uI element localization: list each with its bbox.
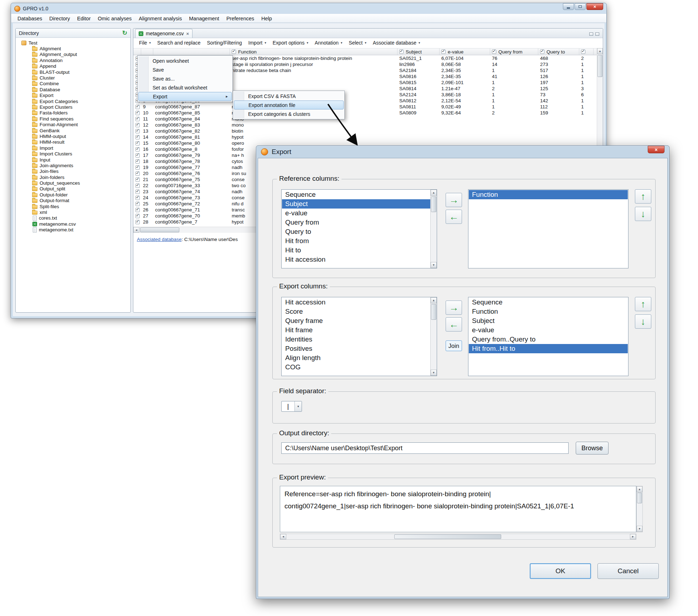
row-checkbox[interactable]: ✓ [135, 178, 140, 182]
tree-item[interactable]: Append [16, 63, 130, 69]
export-submenu-item[interactable]: Export CSV & FASTA [234, 92, 344, 101]
move-left-button[interactable]: ← [446, 317, 462, 332]
row-checkbox[interactable]: ✓ [135, 111, 140, 115]
tree-item[interactable]: Export Categories [16, 98, 130, 104]
associated-database-link[interactable]: Associated database [137, 237, 181, 242]
list-item[interactable]: COG [282, 363, 430, 372]
tree-item[interactable]: Fasta-folders [16, 110, 130, 116]
tree-item[interactable]: GenBank [16, 128, 130, 133]
maximize-button[interactable] [575, 3, 586, 10]
tree-item[interactable]: Alignment [16, 46, 130, 51]
header-checkbox[interactable]: ✓ [441, 50, 446, 54]
row-checkbox[interactable]: ✓ [135, 202, 140, 206]
row-checkbox[interactable]: ✓ [135, 129, 140, 133]
export-available-list[interactable]: Hit accessionScoreQuery frameHit frameId… [281, 297, 437, 376]
list-item[interactable]: Hit accession [282, 298, 430, 307]
row-checkbox[interactable]: ✓ [135, 147, 140, 152]
tree-item[interactable]: Export [16, 93, 130, 98]
file-menu-item[interactable]: Export ▸ [138, 92, 232, 101]
maximize-view-icon[interactable] [595, 32, 599, 36]
tree-item[interactable]: Output-format [16, 198, 130, 204]
ok-button[interactable]: OK [530, 563, 591, 579]
move-right-button[interactable]: → [446, 193, 462, 207]
row-checkbox[interactable]: ✓ [135, 190, 140, 194]
tree-item[interactable]: Annotation [16, 57, 130, 63]
toolbar-item[interactable]: Associate database ▾ [370, 40, 424, 46]
tree-item[interactable]: Import [16, 145, 130, 151]
list-item[interactable]: Hit from [282, 236, 430, 246]
vertical-scroll-thumb[interactable] [431, 196, 436, 212]
reference-chosen-list[interactable]: Function [468, 189, 628, 268]
tree-item[interactable]: BLAST-output [16, 69, 130, 75]
row-checkbox[interactable]: ✓ [135, 171, 140, 176]
menubar-item[interactable]: Editor [73, 16, 94, 21]
tree-item[interactable]: Output-folder [16, 192, 130, 197]
scroll-right-icon[interactable]: ► [630, 534, 636, 539]
join-button[interactable]: Join [446, 340, 462, 351]
menubar-item[interactable]: Omic analyses [94, 16, 135, 21]
tree-item[interactable]: Join-folders [16, 174, 130, 180]
tree-item[interactable]: Cluster [16, 75, 130, 81]
toolbar-item[interactable]: Import ▾ [246, 40, 270, 46]
table-row[interactable]: ✓ 14 contig00667gene_81 hypot [133, 134, 597, 140]
row-checkbox[interactable]: ✓ [135, 117, 140, 121]
file-menu-item[interactable]: Save ▸ [138, 65, 232, 74]
scroll-up-icon[interactable]: ▲ [597, 48, 603, 54]
list-item[interactable]: Score [282, 307, 430, 316]
table-row[interactable]: ✓ 13 contig00667gene_82 biotin [133, 128, 597, 134]
tree-item[interactable]: metagenome.csv [16, 221, 130, 227]
header-checkbox[interactable]: ✓ [232, 50, 236, 54]
cancel-button[interactable]: Cancel [597, 563, 659, 579]
tree-item[interactable]: Format-Alignment [16, 122, 130, 127]
list-item[interactable]: Function [469, 307, 628, 316]
move-left-button[interactable]: ← [446, 210, 462, 224]
tree-item[interactable]: Join-alignments [16, 163, 130, 168]
row-checkbox[interactable]: ✓ [135, 135, 140, 139]
header-queryfrom-label[interactable]: Query from [498, 49, 523, 55]
row-checkbox[interactable]: ✓ [135, 196, 140, 200]
minimize-button[interactable] [563, 3, 574, 10]
list-item[interactable]: Query from [282, 218, 430, 227]
tree-item[interactable]: Input [16, 157, 130, 163]
toolbar-item[interactable]: Export options ▾ [270, 40, 312, 46]
list-item[interactable]: Subject [469, 316, 628, 325]
vertical-scroll-thumb[interactable] [597, 55, 602, 77]
row-checkbox[interactable]: ✓ [135, 105, 140, 109]
menubar-item[interactable]: Alignment analysis [135, 16, 185, 21]
move-up-button[interactable]: ↑ [635, 189, 651, 204]
export-submenu-item[interactable]: Export categories & clusters [234, 109, 344, 118]
table-row[interactable]: ✓ 10 contig00667gene_85 monovalent catio… [133, 110, 597, 116]
list-item[interactable]: Query frame [282, 316, 430, 325]
chevron-down-icon[interactable]: ▾ [294, 401, 302, 411]
menubar-item[interactable]: Preferences [223, 16, 258, 21]
list-item[interactable]: Identities [282, 335, 430, 344]
row-checkbox[interactable]: ✓ [135, 123, 140, 127]
menubar-item[interactable]: Help [258, 16, 276, 21]
list-item[interactable]: Sequence [469, 298, 628, 307]
tree-item[interactable]: Split-files [16, 204, 130, 209]
header-checkbox[interactable]: ✓ [492, 50, 496, 54]
file-menu-item[interactable]: Set as default worksheet ▸ [138, 83, 232, 92]
row-checkbox[interactable]: ✓ [135, 141, 140, 145]
list-item[interactable]: Positives [282, 344, 430, 353]
preview-vertical-scrollbar[interactable]: ▲ ▼ [636, 486, 643, 532]
tree-item[interactable]: Test [16, 40, 130, 46]
vertical-scroll-thumb[interactable] [637, 493, 642, 503]
main-titlebar[interactable]: GPRO v1.0 × [11, 3, 606, 14]
toolbar-item[interactable]: Select ▾ [346, 40, 370, 46]
list-scrollbar[interactable]: ▲ ▼ [430, 297, 437, 376]
header-evalue-label[interactable]: e-value [448, 49, 463, 55]
row-checkbox[interactable]: ✓ [135, 220, 140, 224]
scroll-up-icon[interactable]: ▲ [431, 190, 437, 196]
list-item[interactable]: Hit accession [282, 255, 430, 264]
tree-item[interactable]: Output_sequences [16, 180, 130, 186]
row-checkbox[interactable]: ✓ [135, 159, 140, 164]
menubar-item[interactable]: Directory [46, 16, 73, 21]
header-function-label[interactable]: Function [238, 49, 257, 55]
scroll-left-icon[interactable]: ◄ [280, 534, 286, 539]
row-checkbox[interactable]: ✓ [135, 153, 140, 158]
export-preview-area[interactable]: Reference=ser-asp rich fibrinogen- bone … [280, 486, 636, 532]
list-item[interactable]: Align length [282, 353, 430, 363]
toolbar-item[interactable]: File ▾ [137, 40, 155, 46]
scroll-down-icon[interactable]: ▼ [431, 262, 437, 268]
